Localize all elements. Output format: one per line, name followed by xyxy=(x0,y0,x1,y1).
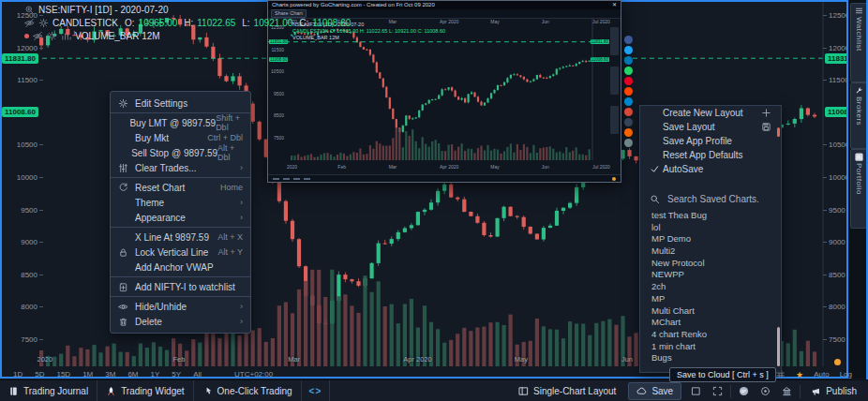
sidebar-tab-brokers[interactable]: Brokers xyxy=(850,82,867,149)
eye-slash-icon[interactable] xyxy=(33,31,43,41)
trading-journal-button[interactable]: Trading Journal xyxy=(0,380,97,401)
saved-chart-item[interactable]: MP xyxy=(640,293,781,305)
popup-price-badge: 11008.60 xyxy=(269,57,288,62)
interval-1y[interactable]: 1Y xyxy=(151,370,160,379)
menu-item-x-line-at-9897-59[interactable]: X Line At 9897.59Alt + X xyxy=(111,230,250,245)
scrollbar-thumb[interactable] xyxy=(777,327,780,366)
layout-menu-create-new-layout[interactable]: Create New Layout xyxy=(640,106,781,120)
one-click-trading-button[interactable]: One-Click Trading xyxy=(194,380,302,401)
saved-chart-item[interactable]: MP Demo xyxy=(640,233,781,245)
clipplus-icon xyxy=(118,282,135,292)
interval-1d[interactable]: 1D xyxy=(13,370,22,379)
price-tick-label: 11500 xyxy=(829,76,849,84)
popup-mini-sidebar-tab xyxy=(610,106,619,134)
layout-menu-save-layout[interactable]: Save Layout xyxy=(640,120,781,134)
time-tick-label: Mar xyxy=(288,355,300,364)
search-saved-charts-label[interactable]: Search Saved Charts. xyxy=(667,194,759,204)
favorite-star-icon[interactable]: ★ xyxy=(796,370,803,379)
code-embed-button[interactable]: <> xyxy=(302,380,331,401)
share-facebook-icon[interactable] xyxy=(624,36,633,44)
layout-menu-save-app-profile[interactable]: Save App Profile xyxy=(640,134,781,148)
share-gmail-icon[interactable] xyxy=(624,108,633,116)
price-tick-label: 8500 xyxy=(7,271,37,279)
screenshot-icon[interactable] xyxy=(685,380,707,401)
share-telegram-icon[interactable] xyxy=(624,97,633,106)
share-linkedin-icon[interactable] xyxy=(624,56,633,65)
menu-item-appearance[interactable]: Appearance› xyxy=(111,210,250,225)
exchange-icon[interactable] xyxy=(776,380,798,401)
menu-item-buy-lmt-9897-59[interactable]: Buy LMT @ 9897.59Shift + Dbl xyxy=(111,115,250,130)
menu-item-reset-chart[interactable]: Reset ChartHome xyxy=(111,180,250,195)
saved-chart-item[interactable]: MChart xyxy=(640,317,781,329)
popup-close-icon[interactable]: ✕ xyxy=(612,1,617,9)
legend-ohlc-row: CANDLESTICK O:10965.00 H:11022.65 L:1092… xyxy=(24,16,351,29)
menu-item-delete[interactable]: Delete› xyxy=(111,314,250,329)
interval-6m[interactable]: 6M xyxy=(127,370,138,379)
sidebar-tab-portfolio[interactable]: Portfolio xyxy=(850,149,867,229)
search-row[interactable]: Search Saved Charts. xyxy=(640,189,781,208)
share-whatsapp-icon[interactable] xyxy=(624,67,633,75)
list-icon xyxy=(855,7,863,15)
price-tick-label: 10000 xyxy=(7,173,37,182)
saved-chart-item[interactable]: NEWPP xyxy=(640,269,781,281)
saved-chart-item[interactable]: 1 min chart xyxy=(640,341,781,353)
layout-menu-autosave[interactable]: AutoSave xyxy=(640,162,781,176)
eye-slash-icon[interactable] xyxy=(24,18,35,28)
popup-date-label: Jul 2020 xyxy=(592,19,610,24)
gear-icon xyxy=(118,98,135,109)
menu-item-hide-unhide[interactable]: Hide/Unhide› xyxy=(111,299,250,314)
saved-chart-item[interactable]: lol xyxy=(640,222,781,234)
menu-item-edit-settings[interactable]: Edit Settings xyxy=(111,96,250,111)
timezone-label[interactable]: UTC+02:00 xyxy=(234,370,273,379)
log-scale-toggle[interactable]: Log xyxy=(840,370,852,379)
gear-icon[interactable] xyxy=(47,31,57,41)
menu-item-theme[interactable]: Theme› xyxy=(111,195,250,210)
saved-chart-item[interactable]: New Protocol xyxy=(640,258,781,270)
menu-item-add-anchor-vwap[interactable]: Add Anchor VWAP xyxy=(111,260,250,275)
menu-item-clear-trades[interactable]: Clear Trades...› xyxy=(111,160,250,175)
sidebar-tab-watchlist[interactable]: Watchlist xyxy=(850,3,867,82)
magnifier-plus-icon[interactable] xyxy=(24,5,35,15)
publish-button[interactable]: Publish xyxy=(802,380,868,401)
interval-5y[interactable]: 5Y xyxy=(172,370,181,379)
interval-15d[interactable]: 15D xyxy=(56,370,70,379)
saved-chart-item[interactable]: Multi Chart xyxy=(640,305,781,318)
gear-icon[interactable] xyxy=(38,18,49,28)
share-tumblr-icon[interactable] xyxy=(624,118,633,126)
single-chart-layout-button[interactable]: Single-Chart Layout xyxy=(510,380,624,401)
interval-3m[interactable]: 3M xyxy=(105,370,115,379)
menu-item-lock-vertical-line[interactable]: Lock Vertical LineAlt + Y xyxy=(111,245,250,260)
target-icon[interactable] xyxy=(755,380,776,401)
share-twitter-icon[interactable] xyxy=(624,46,633,54)
fullscreen-icon[interactable] xyxy=(707,380,728,401)
chat-icon[interactable] xyxy=(733,380,755,401)
scrollbar-thumb[interactable] xyxy=(777,127,780,137)
popup-price-badge: 11008.60 xyxy=(591,57,609,62)
sliders-icon xyxy=(118,163,135,173)
close-value: 11008.60 xyxy=(312,18,351,28)
interval-5d[interactable]: 5D xyxy=(35,370,44,379)
share-pinterest-icon[interactable] xyxy=(624,77,633,85)
popup-date-label: May xyxy=(490,19,499,24)
save-button[interactable]: Save xyxy=(628,382,681,400)
menu-item-sell-stop-9897-59[interactable]: Sell Stop @ 9897.59Alt + Dbl xyxy=(111,145,250,160)
saved-chart-item[interactable]: 2ch xyxy=(640,281,781,293)
popup-date-label: Jun xyxy=(542,164,549,170)
popup-date-label: Jul 2020 xyxy=(592,164,610,170)
layout-menu-reset-app-defaults[interactable]: Reset App Defaults xyxy=(640,148,781,162)
saved-chart-item[interactable]: Multi2 xyxy=(640,245,781,258)
interval-all[interactable]: All xyxy=(193,370,202,379)
layout-menu: Create New LayoutSave LayoutSave App Pro… xyxy=(640,106,781,176)
share-email-icon[interactable] xyxy=(624,139,633,147)
saved-chart-item[interactable]: 4 chart Renko xyxy=(640,329,781,341)
saved-chart-item[interactable]: test Thea Bug xyxy=(640,210,781,222)
share-reddit-icon[interactable] xyxy=(624,87,633,96)
menu-item-add-nifty-i-to-watchlist[interactable]: Add NIFTY-I to watchlist xyxy=(111,279,250,294)
saved-chart-item[interactable]: Bugs xyxy=(640,352,781,364)
interval-1m[interactable]: 1M xyxy=(82,370,93,379)
journal-icon xyxy=(8,386,19,396)
auto-scale-toggle[interactable]: Auto xyxy=(814,370,829,379)
popup-mini-sidebar-tab xyxy=(610,27,619,55)
trading-widget-button[interactable]: Trading Widget xyxy=(97,380,193,401)
share-hackernews-icon[interactable] xyxy=(624,128,633,137)
